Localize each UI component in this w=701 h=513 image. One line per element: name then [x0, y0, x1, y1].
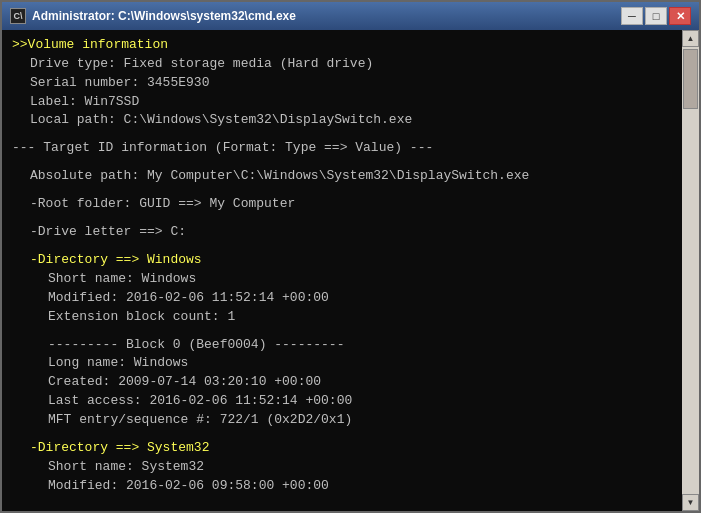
- scrollbar[interactable]: ▲ ▼: [682, 30, 699, 511]
- console-line: [12, 430, 672, 439]
- title-bar-left: C\ Administrator: C:\Windows\system32\cm…: [10, 8, 296, 24]
- window-controls: ─ □ ✕: [621, 7, 691, 25]
- console-line: Modified: 2016-02-06 11:52:14 +00:00: [12, 289, 672, 308]
- maximize-button[interactable]: □: [645, 7, 667, 25]
- cmd-icon: C\: [10, 8, 26, 24]
- cmd-window: C\ Administrator: C:\Windows\system32\cm…: [0, 0, 701, 513]
- title-bar: C\ Administrator: C:\Windows\system32\cm…: [2, 2, 699, 30]
- console-line: Serial number: 3455E930: [12, 74, 672, 93]
- console-line: Long name: Windows: [12, 354, 672, 373]
- console-line: Label: Win7SSD: [12, 93, 672, 112]
- console-line: [12, 242, 672, 251]
- console-line: [12, 158, 672, 167]
- close-button[interactable]: ✕: [669, 7, 691, 25]
- scrollbar-thumb[interactable]: [683, 49, 698, 109]
- console-line: Short name: System32: [12, 458, 672, 477]
- console-line: MFT entry/sequence #: 722/1 (0x2D2/0x1): [12, 411, 672, 430]
- window-title: Administrator: C:\Windows\system32\cmd.e…: [32, 9, 296, 23]
- console-line: Created: 2009-07-14 03:20:10 +00:00: [12, 373, 672, 392]
- console-line: --------- Block 0 (Beef0004) ---------: [12, 336, 672, 355]
- console-line: [12, 214, 672, 223]
- scroll-up-arrow[interactable]: ▲: [682, 30, 699, 47]
- console-line: -Root folder: GUID ==> My Computer: [12, 195, 672, 214]
- scroll-down-arrow[interactable]: ▼: [682, 494, 699, 511]
- console-output: >>Volume informationDrive type: Fixed st…: [2, 30, 682, 511]
- console-line: [12, 130, 672, 139]
- console-line: Drive type: Fixed storage media (Hard dr…: [12, 55, 672, 74]
- console-line: -Directory ==> System32: [12, 439, 672, 458]
- console-line: Short name: Windows: [12, 270, 672, 289]
- console-line: Local path: C:\Windows\System32\DisplayS…: [12, 111, 672, 130]
- console-line: -Drive letter ==> C:: [12, 223, 672, 242]
- console-line: [12, 186, 672, 195]
- console-line: [12, 326, 672, 335]
- console-line: Last access: 2016-02-06 11:52:14 +00:00: [12, 392, 672, 411]
- console-line: >>Volume information: [12, 36, 672, 55]
- console-line: -Directory ==> Windows: [12, 251, 672, 270]
- console-area: >>Volume informationDrive type: Fixed st…: [2, 30, 699, 511]
- minimize-button[interactable]: ─: [621, 7, 643, 25]
- console-line: Modified: 2016-02-06 09:58:00 +00:00: [12, 477, 672, 496]
- console-line: --- Target ID information (Format: Type …: [12, 139, 672, 158]
- console-line: Extension block count: 1: [12, 308, 672, 327]
- console-line: Absolute path: My Computer\C:\Windows\Sy…: [12, 167, 672, 186]
